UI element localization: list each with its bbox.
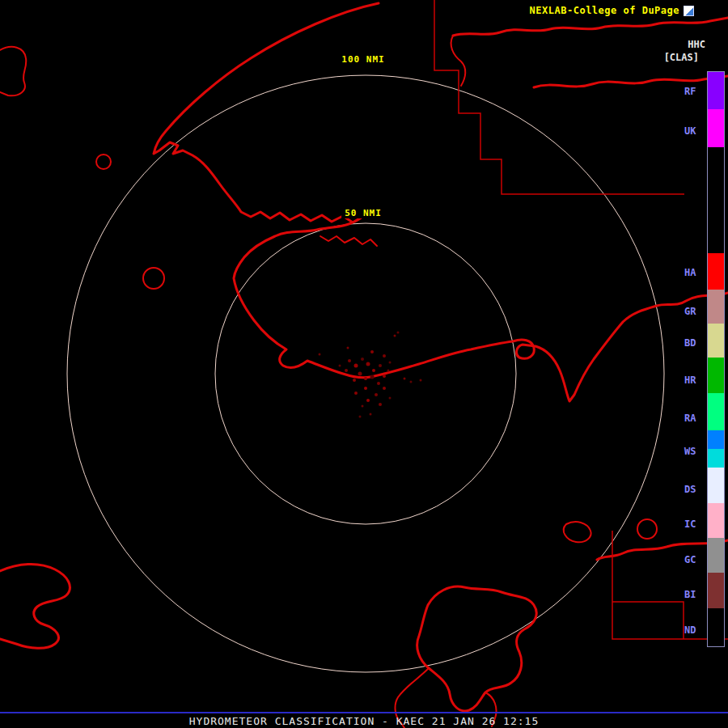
legend-segment (708, 449, 724, 468)
legend-segment (708, 430, 724, 449)
coastline-island-south (417, 586, 537, 711)
coastline-layer (0, 3, 728, 728)
coastline-topright-lower (534, 76, 728, 87)
radar-echo-dot (370, 375, 375, 379)
radar-echo-dot (410, 381, 413, 383)
radar-echo-dot (379, 364, 382, 367)
product-code-label: HHC (688, 39, 705, 50)
coastline-topleft (0, 47, 26, 95)
boundary-topright (434, 0, 684, 194)
lake-circle-2 (143, 268, 164, 289)
page-title: NEXLAB-College of DuPage (530, 5, 679, 16)
legend-segment (708, 503, 724, 538)
status-divider-line (0, 712, 728, 713)
radar-echo-dot (364, 377, 367, 380)
radar-echo-dot (379, 403, 382, 406)
status-bar-text: HYDROMETEOR CLASSIFICATION - KAEC 21 JAN… (0, 715, 728, 727)
radar-echo-dot (353, 379, 356, 382)
legend-segment (708, 72, 724, 109)
radar-echo-dot (348, 359, 351, 362)
legend-segment (708, 253, 724, 290)
legend-segment (708, 608, 724, 646)
radar-display: 100 NMI 50 NMI NEXLAB-College of DuPage … (0, 0, 728, 728)
range-ring-100nmi (67, 75, 664, 672)
radar-map (0, 0, 728, 728)
radar-echo-dot (375, 393, 378, 396)
radar-echo-dot (339, 365, 341, 367)
radar-echo-dot (354, 392, 358, 395)
radar-echo-dot (397, 332, 400, 334)
radar-echo-dot (372, 369, 375, 372)
radar-echo-dot (389, 397, 392, 400)
radar-echo-dot (370, 350, 374, 353)
legend-color-bar (707, 71, 725, 647)
radar-echo-dot (361, 358, 364, 361)
legend-segment (708, 468, 724, 503)
range-label-50nmi: 50 NMI (341, 208, 385, 218)
radar-echo-dot (358, 372, 362, 376)
radar-echo-dot (383, 375, 386, 378)
lake-circle-3 (637, 519, 657, 539)
coastline-main (154, 3, 728, 401)
header: NEXLAB-College of DuPage (530, 5, 694, 16)
legend-segment (708, 358, 724, 393)
range-rings (67, 75, 664, 672)
legend-segment (708, 393, 724, 430)
radar-echo-dot (364, 387, 367, 390)
range-label-100nmi: 100 NMI (338, 54, 387, 65)
radar-echo-dot (389, 362, 392, 364)
radar-echo-dot (354, 364, 358, 368)
radar-echo-dot (362, 405, 364, 408)
legend-segment (708, 147, 724, 253)
radar-echo-dot (370, 413, 372, 416)
coastline-topright-upper (453, 18, 728, 36)
radar-echo-dot (387, 370, 390, 372)
coastline-bottomleft (0, 564, 70, 648)
radar-echo-dot (366, 362, 370, 366)
radar-echo-dot (319, 353, 321, 356)
legend-segment (708, 573, 724, 608)
product-mode-label: [CLAS] (664, 52, 699, 63)
legend-segment (708, 290, 724, 324)
range-ring-50nmi (215, 223, 516, 524)
radar-echo-dot (383, 354, 386, 358)
legend-segment (708, 109, 724, 147)
lake-circle-1 (96, 154, 111, 169)
radar-echo-dot (383, 387, 386, 390)
radar-echo-dot (366, 399, 370, 402)
radar-echoes (319, 332, 422, 418)
cod-logo-icon (684, 6, 694, 16)
radar-echo-dot (420, 379, 422, 382)
legend-segment (708, 324, 724, 358)
island-small-right (564, 522, 591, 542)
boundary-bottomright-2 (612, 602, 684, 639)
radar-echo-dot (404, 378, 406, 380)
radar-echo-dot (359, 416, 362, 418)
radar-echo-dot (377, 382, 380, 385)
legend-segment (708, 538, 724, 573)
radar-echo-dot (347, 347, 349, 349)
radar-echo-dot (394, 335, 396, 337)
radar-echo-dot (345, 369, 348, 372)
coastline-inlet (320, 236, 377, 246)
